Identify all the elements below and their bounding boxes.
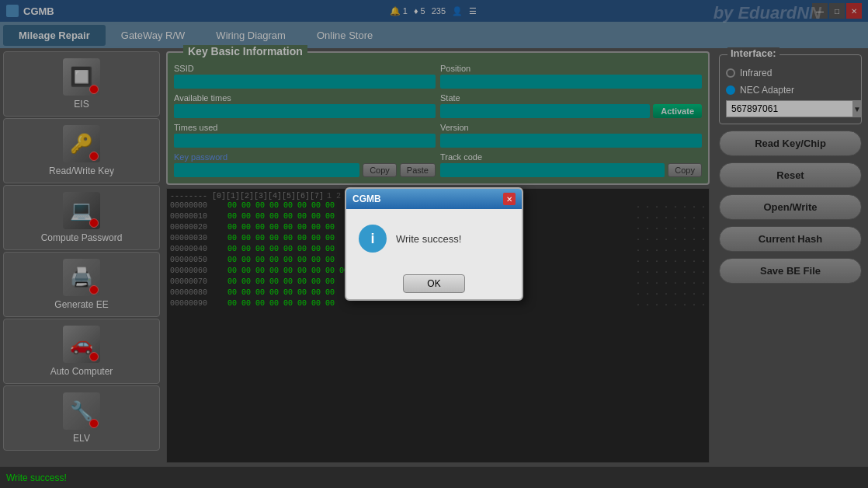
modal-message: Write success!: [396, 233, 461, 245]
modal-titlebar: CGMB ✕: [346, 189, 522, 209]
modal-body: i Write success!: [346, 209, 522, 268]
modal-dialog: CGMB ✕ i Write success! OK: [345, 187, 523, 301]
modal-info-icon: i: [359, 225, 387, 253]
modal-overlay[interactable]: CGMB ✕ i Write success! OK: [0, 0, 868, 488]
modal-close-button[interactable]: ✕: [503, 193, 516, 205]
modal-ok-button[interactable]: OK: [403, 274, 464, 293]
modal-title: CGMB: [352, 193, 381, 204]
modal-footer: OK: [346, 268, 522, 299]
